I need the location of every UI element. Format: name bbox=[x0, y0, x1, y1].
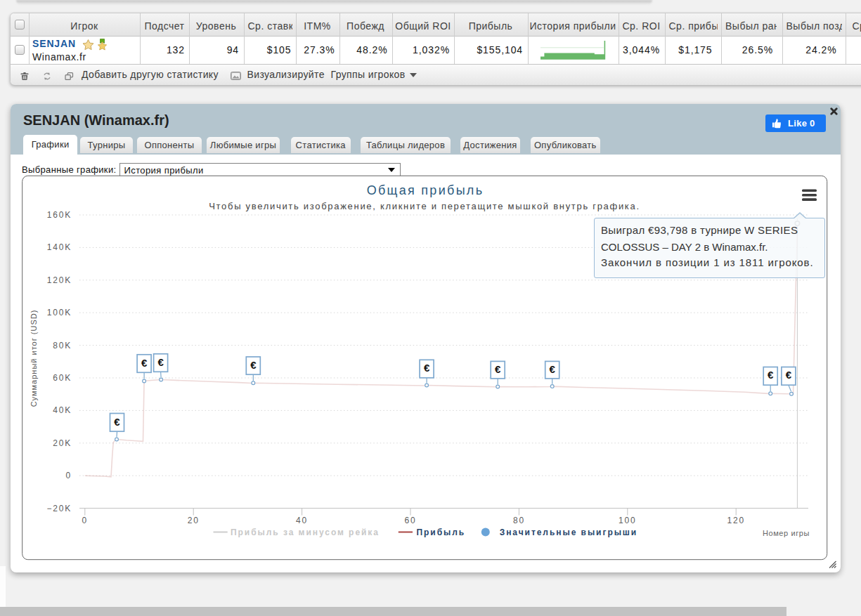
svg-text:€: € bbox=[141, 357, 148, 369]
svg-text:80K: 80K bbox=[53, 341, 72, 350]
svg-text:€: € bbox=[424, 362, 430, 374]
svg-text:Общая прибыль: Общая прибыль bbox=[367, 183, 484, 197]
svg-text:€: € bbox=[114, 416, 120, 428]
svg-text:40: 40 bbox=[296, 516, 308, 525]
svg-text:120K: 120K bbox=[47, 275, 72, 285]
svg-text:Прибыль за минусом рейка: Прибыль за минусом рейка bbox=[231, 527, 380, 537]
svg-text:0: 0 bbox=[66, 471, 72, 480]
svg-text:Чтобы увеличить изображение, к: Чтобы увеличить изображение, кликните и … bbox=[209, 201, 640, 211]
svg-text:100K: 100K bbox=[47, 308, 72, 317]
svg-text:40K: 40K bbox=[53, 405, 72, 415]
svg-text:Значительные выигрыши: Значительные выигрыши bbox=[500, 527, 637, 537]
svg-text:120: 120 bbox=[727, 516, 744, 525]
svg-text:€: € bbox=[157, 356, 164, 368]
svg-text:160K: 160K bbox=[47, 210, 72, 220]
svg-text:60: 60 bbox=[405, 516, 417, 525]
svg-text:Суммарный итог (USD): Суммарный итог (USD) bbox=[30, 310, 38, 407]
svg-text:100: 100 bbox=[619, 516, 636, 525]
svg-text:0: 0 bbox=[82, 516, 88, 525]
svg-text:€: € bbox=[250, 359, 257, 371]
svg-text:€: € bbox=[768, 369, 774, 381]
svg-text:140K: 140K bbox=[47, 242, 72, 252]
svg-text:80: 80 bbox=[513, 516, 525, 525]
svg-text:Номер игры: Номер игры bbox=[763, 529, 810, 537]
svg-text:−20K: −20K bbox=[46, 504, 72, 513]
svg-text:Прибыль: Прибыль bbox=[417, 527, 466, 537]
svg-text:20K: 20K bbox=[53, 438, 72, 448]
svg-text:20: 20 bbox=[188, 516, 200, 525]
svg-text:60K: 60K bbox=[53, 373, 72, 383]
svg-text:€: € bbox=[550, 363, 556, 375]
svg-text:€: € bbox=[786, 369, 792, 381]
svg-text:€: € bbox=[495, 363, 501, 375]
